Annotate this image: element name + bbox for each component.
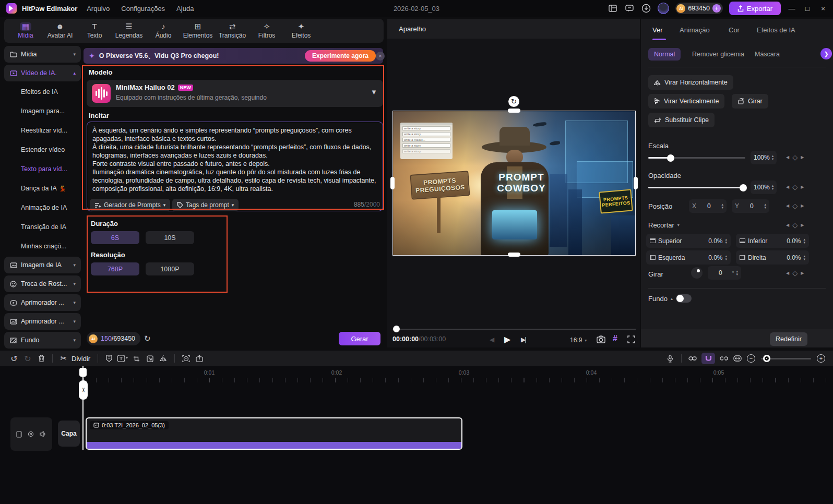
tab-transicao[interactable]: ⇄Transição — [215, 22, 249, 39]
subtabs-scroll-right-icon[interactable]: ❯ — [820, 48, 832, 59]
redo-icon[interactable]: ↻ — [21, 354, 34, 364]
generate-button[interactable]: Gerar — [339, 332, 380, 345]
add-credits-button[interactable]: + — [712, 4, 721, 13]
inspector-tab-ver[interactable]: Ver — [652, 26, 663, 34]
prompt-text[interactable]: À esquerda, um cenário árido e simples r… — [92, 126, 377, 193]
replace-clip-button[interactable]: Substituir Clipe — [648, 113, 715, 127]
flip-horizontal-button[interactable]: Virar Horizontalmente — [648, 75, 733, 90]
position-y-field[interactable]: Y0 ▴▾ — [732, 199, 769, 213]
sidebar-item-reestilizar-video[interactable]: Reestilizar víd... — [21, 125, 81, 136]
sidebar-item-fundo[interactable]: Fundo▾ — [4, 332, 81, 349]
download-icon[interactable] — [641, 3, 651, 14]
unlink-icon[interactable] — [717, 356, 731, 361]
stepper-down-icon[interactable]: ▾ — [772, 158, 774, 161]
window-maximize-button[interactable]: □ — [803, 5, 812, 13]
window-minimize-button[interactable]: — — [787, 5, 796, 13]
promo-banner[interactable]: ✦ O Pixverse V5.6、Vidu Q3 Pro chegou! Ex… — [84, 48, 383, 64]
timeline-ruler[interactable] — [84, 378, 830, 382]
opacity-keyframe-controls[interactable]: ◀◇▶ — [786, 183, 804, 191]
credits-badge[interactable]: AI 693450 + — [675, 3, 723, 14]
magnet-icon[interactable] — [701, 353, 715, 364]
reset-button[interactable]: Redefinir — [770, 332, 807, 346]
sidebar-item-estender-video[interactable]: Estender vídeo — [21, 145, 81, 155]
scale-value[interactable]: 100% ▴▾ — [751, 151, 777, 164]
position-keyframe-controls[interactable]: ◀◇▶ — [786, 202, 804, 210]
preview-scrubber[interactable] — [392, 329, 636, 330]
tab-audio[interactable]: ♪Áudio — [146, 22, 181, 39]
stepper-down-icon[interactable]: ▾ — [764, 206, 766, 209]
duration-option-6s[interactable]: 6S — [91, 231, 139, 244]
undo-icon[interactable]: ↺ — [7, 354, 21, 364]
refresh-icon[interactable]: ↻ — [144, 334, 151, 343]
play-icon[interactable]: ▶ — [504, 334, 510, 344]
opacity-slider[interactable] — [648, 187, 745, 188]
split-label[interactable]: Dividir — [72, 355, 90, 363]
rotate-keyframe-controls[interactable]: ◀◇▶ — [786, 269, 804, 277]
window-close-button[interactable]: × — [818, 5, 828, 13]
mirror-icon[interactable] — [157, 355, 170, 362]
tab-texto[interactable]: TTexto — [77, 22, 112, 39]
background-section[interactable]: Fundo ▴ — [648, 294, 692, 303]
timeline-zoom-knob[interactable] — [763, 355, 770, 362]
opacity-slider-knob[interactable] — [740, 184, 747, 191]
sidebar-item-video-de-ia[interactable]: Vídeo de IA.▴ — [4, 65, 81, 81]
crop-tool-icon[interactable] — [129, 355, 143, 362]
scale-keyframe-controls[interactable]: ◀◇▶ — [786, 153, 804, 161]
sidebar-item-midia[interactable]: Mídia▾ — [4, 46, 81, 63]
selection-handle-left[interactable] — [390, 177, 395, 189]
subtab-mascara[interactable]: Máscara — [755, 51, 780, 58]
sidebar-item-minhas-criacoes[interactable]: Minhas criaçõ... — [21, 241, 81, 251]
crop-section-header[interactable]: Recortar▾ — [648, 221, 680, 229]
tab-efeitos[interactable]: ✦Efeitos — [284, 22, 318, 39]
delete-icon[interactable] — [34, 355, 48, 362]
step-forward-icon[interactable]: ▶| — [521, 336, 525, 343]
prompt-input[interactable]: À esquerda, um cenário árido e simples r… — [87, 122, 383, 211]
flip-vertical-button[interactable]: Virar Verticalmente — [648, 94, 724, 109]
rotate-button[interactable]: Girar — [732, 94, 768, 109]
rotate-dial[interactable] — [691, 267, 703, 279]
sidebar-item-aprimorador-video[interactable]: Aprimorador ...▾ — [4, 294, 81, 311]
track-film-icon[interactable] — [16, 431, 22, 438]
grid-overlay-icon[interactable]: # — [613, 334, 617, 343]
timeline-clip[interactable]: 0:03 T2I_2026_02_05(3) — [86, 417, 462, 450]
crop-bottom-field[interactable]: Inferior0.0% ▴▾ — [736, 234, 809, 248]
track-mute-icon[interactable] — [40, 431, 46, 437]
text-tool-icon[interactable] — [116, 355, 129, 362]
track-visibility-icon[interactable] — [27, 431, 34, 437]
stepper-down-icon[interactable]: ▾ — [772, 187, 774, 190]
crop-right-field[interactable]: Direita0.0% ▴▾ — [736, 250, 809, 265]
inspector-tab-cor[interactable]: Cor — [729, 26, 740, 34]
sidebar-item-troca-de-rosto[interactable]: Troca de Rost...▾ — [4, 275, 81, 292]
timeline-area[interactable]: 0:01 0:02 0:03 0:04 0:05 ✂ Capa 0:03 T2I… — [0, 366, 833, 504]
export-frame-icon[interactable] — [193, 355, 206, 362]
feedback-icon[interactable] — [624, 3, 635, 14]
zoom-out-icon[interactable]: − — [744, 354, 758, 363]
marker-icon[interactable] — [102, 355, 116, 362]
export-button[interactable]: Exportar — [729, 2, 781, 15]
scale-slider[interactable] — [648, 157, 745, 159]
sidebar-item-transicao-de-ia[interactable]: Transição de IA — [21, 222, 81, 232]
sidebar-item-texto-para-video[interactable]: Texto para víd... — [21, 164, 81, 174]
tab-filtros[interactable]: ✧Filtros — [249, 22, 284, 39]
link-icon[interactable] — [686, 356, 699, 361]
tab-midia[interactable]: ▦Mídia — [8, 22, 43, 39]
split-scissors-icon[interactable]: ✂ — [57, 354, 70, 363]
model-selector[interactable]: MiniMax Hailuo 02 NEW Equipado com instr… — [87, 80, 383, 107]
sidebar-item-imagem-de-ia[interactable]: Imagem de IA▾ — [4, 257, 81, 273]
crop-top-field[interactable]: Superior0.0% ▴▾ — [646, 234, 731, 248]
aspect-ratio-select[interactable]: 16:9 ▾ — [570, 337, 587, 344]
selection-handle-bottom[interactable] — [508, 253, 520, 257]
inspector-tab-efeitos-de-ia[interactable]: Efeitos de IA — [757, 26, 795, 34]
stepper-down-icon[interactable]: ▾ — [721, 206, 723, 209]
face-track-icon[interactable] — [179, 355, 193, 363]
snapshot-icon[interactable] — [597, 335, 605, 343]
user-avatar[interactable] — [658, 3, 669, 14]
crop-left-field[interactable]: Esquerda0.0% ▴▾ — [646, 250, 731, 265]
tab-elementos[interactable]: ⊞Elementos — [181, 22, 215, 39]
tab-legendas[interactable]: ☰Legendas — [112, 22, 146, 39]
sidebar-item-animacao-de-ia[interactable]: Animação de IA — [21, 202, 81, 213]
step-back-icon[interactable]: ◀ — [490, 336, 494, 343]
selection-handle-top[interactable] — [508, 109, 520, 113]
playhead-handle[interactable] — [79, 368, 87, 377]
cover-button[interactable]: Capa — [58, 421, 80, 447]
